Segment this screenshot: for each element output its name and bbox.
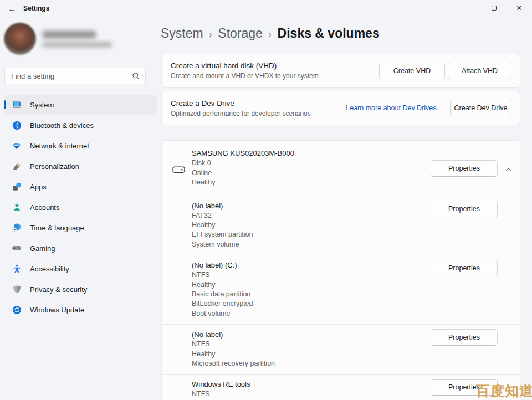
- shield-icon: [12, 284, 22, 294]
- disk-row: SAMSUNG KUS020203M-B000 Disk 0 Online He…: [162, 141, 520, 196]
- system-icon: [12, 100, 22, 110]
- volume-row: (No label) FAT32 Healthy EFI system part…: [162, 196, 520, 255]
- page-title: Disks & volumes: [278, 26, 380, 41]
- create-dev-drive-button[interactable]: Create Dev Drive: [450, 100, 511, 116]
- maximize-button[interactable]: [481, 0, 507, 16]
- volume-row: (No label) NTFS Healthy Microsoft recove…: [162, 324, 520, 374]
- disk-drive-icon: [172, 165, 185, 175]
- back-button[interactable]: ←: [4, 1, 20, 16]
- window-controls: ✕: [456, 0, 532, 16]
- globe-clock-icon: [12, 223, 22, 233]
- sidebar-item-label: Privacy & security: [30, 285, 87, 294]
- chevron-up-icon: [505, 166, 512, 173]
- sidebar-item-accessibility[interactable]: Accessibility: [4, 259, 157, 279]
- avatar: [4, 23, 36, 55]
- sidebar-item-bluetooth[interactable]: Bluetooth & devices: [4, 115, 157, 135]
- search-box: [4, 68, 146, 84]
- volume-detail: FAT32: [192, 211, 437, 220]
- profile-name-blurred: [43, 31, 96, 38]
- sidebar-item-windows-update[interactable]: Windows Update: [4, 300, 157, 320]
- volume-title: (No label): [192, 330, 437, 340]
- disk-list-card: SAMSUNG KUS020203M-B000 Disk 0 Online He…: [161, 140, 520, 400]
- breadcrumb-separator-icon: ›: [209, 30, 212, 39]
- window-title: Settings: [23, 4, 49, 12]
- breadcrumb: System › Storage › Disks & volumes: [161, 26, 380, 41]
- sidebar-item-apps[interactable]: Apps: [4, 177, 157, 197]
- volume-title: (No label): [192, 201, 437, 211]
- volume-detail: NTFS: [192, 340, 437, 349]
- volume-detail: Boot volume: [192, 309, 437, 319]
- dev-drive-card-text: Create a Dev Drive Optimized performance…: [171, 99, 311, 117]
- sidebar-item-label: Network & internet: [30, 142, 89, 150]
- maximize-icon: [492, 6, 497, 11]
- sidebar-item-time-language[interactable]: Time & language: [4, 218, 157, 238]
- main-content: System › Storage › Disks & volumes Creat…: [161, 17, 532, 400]
- person-icon: [12, 202, 22, 212]
- back-arrow-icon: ←: [8, 4, 17, 13]
- volume-title: (No label) (C:): [192, 260, 437, 270]
- volume-detail: EFI system partition: [192, 230, 437, 239]
- attach-vhd-button[interactable]: Attach VHD: [448, 63, 511, 79]
- sidebar-item-label: Apps: [30, 183, 47, 191]
- sidebar-item-label: Time & language: [30, 224, 84, 232]
- collapse-chevron-button[interactable]: [503, 165, 514, 175]
- breadcrumb-system[interactable]: System: [161, 26, 203, 41]
- profile-text-redacted: [43, 23, 112, 56]
- vhd-card-title: Create a virtual hard disk (VHD): [171, 61, 319, 70]
- search-input[interactable]: [5, 68, 145, 84]
- volume-properties-button[interactable]: Properties: [431, 201, 498, 217]
- volume-properties-button[interactable]: Properties: [431, 329, 498, 346]
- volume-detail: Healthy: [192, 220, 437, 230]
- sidebar-item-label: System: [30, 101, 54, 109]
- minimize-icon: [466, 8, 471, 8]
- breadcrumb-separator-icon: ›: [269, 30, 272, 39]
- disk-detail: Disk 0: [192, 158, 437, 168]
- search-icon: [132, 72, 140, 80]
- minimize-button[interactable]: [456, 0, 481, 16]
- sidebar-item-personalization[interactable]: Personalization: [4, 156, 157, 176]
- user-profile[interactable]: [4, 23, 112, 56]
- create-vhd-button[interactable]: Create VHD: [379, 63, 445, 79]
- sidebar-item-label: Accounts: [30, 203, 59, 212]
- dev-drive-card: Create a Dev Drive Optimized performance…: [161, 91, 520, 125]
- sidebar-item-label: Windows Update: [30, 306, 84, 314]
- sidebar-item-label: Gaming: [30, 244, 55, 253]
- sidebar-item-system[interactable]: System: [4, 95, 157, 115]
- bluetooth-icon: [12, 120, 22, 130]
- volume-title: Windows RE tools: [192, 380, 437, 389]
- disk-detail: Online: [192, 168, 437, 178]
- volume-detail: System volume: [192, 240, 437, 249]
- disk-name: SAMSUNG KUS020203M-B000: [192, 148, 437, 158]
- dev-drive-card-title: Create a Dev Drive: [171, 99, 311, 107]
- dev-drive-card-subtitle: Optimized performance for developer scen…: [171, 110, 311, 117]
- volume-row: Windows RE tools NTFS Healthy Properties: [162, 374, 520, 400]
- disk-properties-button[interactable]: Properties: [431, 160, 498, 177]
- volume-properties-button[interactable]: Properties: [431, 260, 498, 276]
- dev-drive-learn-more-link[interactable]: Learn more about Dev Drives.: [346, 104, 438, 112]
- sidebar-item-accounts[interactable]: Accounts: [4, 197, 157, 217]
- watermark-baidu-zhidao: 百度知道: [476, 382, 532, 400]
- volume-detail: NTFS: [192, 270, 437, 280]
- volume-detail: Healthy: [192, 280, 437, 290]
- sidebar-item-privacy[interactable]: Privacy & security: [4, 279, 157, 299]
- sidebar-item-label: Personalization: [30, 162, 79, 171]
- accessibility-person-icon: [12, 264, 22, 274]
- close-icon: ✕: [516, 4, 523, 12]
- volume-detail: Healthy: [192, 350, 437, 359]
- vhd-card-subtitle: Create and mount a VHD or VHDX to your s…: [171, 72, 319, 80]
- close-button[interactable]: ✕: [507, 0, 532, 16]
- brush-icon: [12, 161, 22, 171]
- vhd-card: Create a virtual hard disk (VHD) Create …: [161, 54, 520, 88]
- sidebar-item-network[interactable]: Network & internet: [4, 136, 157, 156]
- volume-row: (No label) (C:) NTFS Healthy Basic data …: [162, 255, 520, 324]
- volume-detail: Basic data partition: [192, 290, 437, 299]
- update-refresh-icon: [12, 305, 22, 315]
- breadcrumb-storage[interactable]: Storage: [218, 26, 263, 41]
- sidebar-item-label: Bluetooth & devices: [30, 121, 94, 130]
- sidebar-nav: System Bluetooth & devices Network & int…: [2, 94, 158, 320]
- sidebar-item-gaming[interactable]: Gaming: [4, 238, 157, 258]
- volume-detail: BitLocker encrypted: [192, 299, 437, 309]
- wifi-icon: [12, 141, 22, 151]
- profile-email-blurred: [43, 42, 112, 47]
- gamepad-icon: [12, 243, 22, 253]
